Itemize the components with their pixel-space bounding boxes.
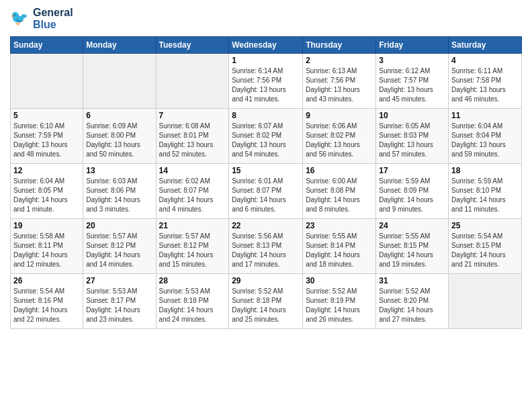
week-row-5: 26Sunrise: 5:54 AM Sunset: 8:16 PM Dayli… bbox=[11, 274, 522, 329]
day-cell: 18Sunrise: 5:59 AM Sunset: 8:10 PM Dayli… bbox=[449, 164, 522, 219]
day-number: 29 bbox=[232, 276, 300, 285]
day-cell bbox=[449, 274, 522, 329]
weekday-sunday: Sunday bbox=[11, 37, 83, 54]
day-number: 22 bbox=[232, 221, 300, 230]
day-cell: 7Sunrise: 6:08 AM Sunset: 8:01 PM Daylig… bbox=[156, 109, 229, 164]
day-number: 25 bbox=[451, 221, 519, 230]
day-detail: Sunrise: 5:57 AM Sunset: 8:12 PM Dayligh… bbox=[159, 232, 226, 269]
logo-line1: General bbox=[33, 7, 73, 19]
week-row-1: 1Sunrise: 6:14 AM Sunset: 7:56 PM Daylig… bbox=[11, 54, 522, 109]
day-number: 9 bbox=[306, 111, 373, 120]
day-number: 4 bbox=[451, 56, 519, 65]
calendar-table: SundayMondayTuesdayWednesdayThursdayFrid… bbox=[10, 36, 522, 329]
logo: 🐦 General Blue bbox=[10, 7, 73, 31]
day-cell: 16Sunrise: 6:00 AM Sunset: 8:08 PM Dayli… bbox=[303, 164, 376, 219]
day-detail: Sunrise: 6:05 AM Sunset: 8:03 PM Dayligh… bbox=[379, 122, 445, 159]
day-number: 21 bbox=[159, 221, 226, 230]
day-number: 11 bbox=[451, 111, 519, 120]
day-detail: Sunrise: 5:57 AM Sunset: 8:12 PM Dayligh… bbox=[86, 232, 152, 269]
weekday-header-row: SundayMondayTuesdayWednesdayThursdayFrid… bbox=[11, 37, 522, 54]
day-cell: 26Sunrise: 5:54 AM Sunset: 8:16 PM Dayli… bbox=[11, 274, 83, 329]
day-cell: 30Sunrise: 5:52 AM Sunset: 8:19 PM Dayli… bbox=[303, 274, 376, 329]
day-detail: Sunrise: 6:08 AM Sunset: 8:01 PM Dayligh… bbox=[159, 122, 226, 159]
weekday-monday: Monday bbox=[83, 37, 156, 54]
day-cell: 2Sunrise: 6:13 AM Sunset: 7:56 PM Daylig… bbox=[303, 54, 376, 109]
svg-text:🐦: 🐦 bbox=[10, 9, 29, 27]
day-number: 19 bbox=[13, 221, 80, 230]
day-cell: 9Sunrise: 6:06 AM Sunset: 8:02 PM Daylig… bbox=[303, 109, 376, 164]
day-detail: Sunrise: 5:53 AM Sunset: 8:18 PM Dayligh… bbox=[159, 287, 226, 324]
page: 🐦 General Blue SundayMondayTuesdayWednes… bbox=[0, 0, 532, 336]
day-number: 15 bbox=[232, 166, 300, 175]
day-number: 8 bbox=[232, 111, 300, 120]
day-number: 23 bbox=[306, 221, 373, 230]
day-number: 5 bbox=[13, 111, 80, 120]
week-row-2: 5Sunrise: 6:10 AM Sunset: 7:59 PM Daylig… bbox=[11, 109, 522, 164]
day-cell bbox=[11, 54, 83, 109]
day-number: 31 bbox=[379, 276, 445, 285]
day-cell: 31Sunrise: 5:52 AM Sunset: 8:20 PM Dayli… bbox=[376, 274, 449, 329]
weekday-friday: Friday bbox=[376, 37, 449, 54]
day-cell: 5Sunrise: 6:10 AM Sunset: 7:59 PM Daylig… bbox=[11, 109, 83, 164]
day-detail: Sunrise: 6:12 AM Sunset: 7:57 PM Dayligh… bbox=[379, 66, 445, 104]
week-row-4: 19Sunrise: 5:58 AM Sunset: 8:11 PM Dayli… bbox=[11, 219, 522, 274]
day-number: 6 bbox=[86, 111, 152, 120]
weekday-thursday: Thursday bbox=[303, 37, 376, 54]
day-number: 3 bbox=[379, 56, 445, 65]
day-cell: 1Sunrise: 6:14 AM Sunset: 7:56 PM Daylig… bbox=[229, 54, 303, 109]
day-cell: 13Sunrise: 6:03 AM Sunset: 8:06 PM Dayli… bbox=[83, 164, 156, 219]
day-number: 16 bbox=[306, 166, 373, 175]
day-detail: Sunrise: 5:52 AM Sunset: 8:18 PM Dayligh… bbox=[232, 287, 300, 324]
day-detail: Sunrise: 6:00 AM Sunset: 8:08 PM Dayligh… bbox=[306, 177, 373, 214]
day-number: 1 bbox=[232, 56, 300, 65]
logo-icon: 🐦 bbox=[10, 7, 32, 31]
week-row-3: 12Sunrise: 6:04 AM Sunset: 8:05 PM Dayli… bbox=[11, 164, 522, 219]
day-cell: 29Sunrise: 5:52 AM Sunset: 8:18 PM Dayli… bbox=[229, 274, 303, 329]
day-cell: 14Sunrise: 6:02 AM Sunset: 8:07 PM Dayli… bbox=[156, 164, 229, 219]
day-cell bbox=[83, 54, 156, 109]
day-detail: Sunrise: 6:07 AM Sunset: 8:02 PM Dayligh… bbox=[232, 122, 300, 159]
day-cell: 17Sunrise: 5:59 AM Sunset: 8:09 PM Dayli… bbox=[376, 164, 449, 219]
day-detail: Sunrise: 6:06 AM Sunset: 8:02 PM Dayligh… bbox=[306, 122, 373, 159]
day-detail: Sunrise: 5:54 AM Sunset: 8:15 PM Dayligh… bbox=[451, 232, 519, 269]
day-cell: 21Sunrise: 5:57 AM Sunset: 8:12 PM Dayli… bbox=[156, 219, 229, 274]
logo-line2: Blue bbox=[33, 19, 73, 31]
day-detail: Sunrise: 5:59 AM Sunset: 8:09 PM Dayligh… bbox=[379, 177, 445, 214]
day-cell: 8Sunrise: 6:07 AM Sunset: 8:02 PM Daylig… bbox=[229, 109, 303, 164]
day-cell bbox=[156, 54, 229, 109]
day-cell: 3Sunrise: 6:12 AM Sunset: 7:57 PM Daylig… bbox=[376, 54, 449, 109]
day-detail: Sunrise: 5:52 AM Sunset: 8:20 PM Dayligh… bbox=[379, 287, 445, 324]
day-cell: 4Sunrise: 6:11 AM Sunset: 7:58 PM Daylig… bbox=[449, 54, 522, 109]
day-number: 17 bbox=[379, 166, 445, 175]
day-number: 2 bbox=[306, 56, 373, 65]
day-detail: Sunrise: 5:52 AM Sunset: 8:19 PM Dayligh… bbox=[306, 287, 373, 324]
day-number: 27 bbox=[86, 276, 152, 285]
day-cell: 11Sunrise: 6:04 AM Sunset: 8:04 PM Dayli… bbox=[449, 109, 522, 164]
day-detail: Sunrise: 6:14 AM Sunset: 7:56 PM Dayligh… bbox=[232, 66, 300, 104]
day-detail: Sunrise: 6:11 AM Sunset: 7:58 PM Dayligh… bbox=[451, 66, 519, 104]
day-detail: Sunrise: 5:54 AM Sunset: 8:16 PM Dayligh… bbox=[13, 287, 80, 324]
day-detail: Sunrise: 5:55 AM Sunset: 8:14 PM Dayligh… bbox=[306, 232, 373, 269]
day-detail: Sunrise: 6:09 AM Sunset: 8:00 PM Dayligh… bbox=[86, 122, 152, 159]
day-detail: Sunrise: 6:04 AM Sunset: 8:04 PM Dayligh… bbox=[451, 122, 519, 159]
day-detail: Sunrise: 5:59 AM Sunset: 8:10 PM Dayligh… bbox=[451, 177, 519, 214]
day-cell: 6Sunrise: 6:09 AM Sunset: 8:00 PM Daylig… bbox=[83, 109, 156, 164]
day-detail: Sunrise: 6:04 AM Sunset: 8:05 PM Dayligh… bbox=[13, 177, 80, 214]
day-cell: 15Sunrise: 6:01 AM Sunset: 8:07 PM Dayli… bbox=[229, 164, 303, 219]
day-detail: Sunrise: 6:10 AM Sunset: 7:59 PM Dayligh… bbox=[13, 122, 80, 159]
day-cell: 10Sunrise: 6:05 AM Sunset: 8:03 PM Dayli… bbox=[376, 109, 449, 164]
weekday-saturday: Saturday bbox=[449, 37, 522, 54]
day-detail: Sunrise: 5:56 AM Sunset: 8:13 PM Dayligh… bbox=[232, 232, 300, 269]
weekday-tuesday: Tuesday bbox=[156, 37, 229, 54]
weekday-wednesday: Wednesday bbox=[229, 37, 303, 54]
day-number: 12 bbox=[13, 166, 80, 175]
day-detail: Sunrise: 6:03 AM Sunset: 8:06 PM Dayligh… bbox=[86, 177, 152, 214]
day-detail: Sunrise: 5:53 AM Sunset: 8:17 PM Dayligh… bbox=[86, 287, 152, 324]
day-cell: 27Sunrise: 5:53 AM Sunset: 8:17 PM Dayli… bbox=[83, 274, 156, 329]
day-detail: Sunrise: 5:58 AM Sunset: 8:11 PM Dayligh… bbox=[13, 232, 80, 269]
day-cell: 24Sunrise: 5:55 AM Sunset: 8:15 PM Dayli… bbox=[376, 219, 449, 274]
day-cell: 12Sunrise: 6:04 AM Sunset: 8:05 PM Dayli… bbox=[11, 164, 83, 219]
day-number: 14 bbox=[159, 166, 226, 175]
day-number: 26 bbox=[13, 276, 80, 285]
day-number: 7 bbox=[159, 111, 226, 120]
